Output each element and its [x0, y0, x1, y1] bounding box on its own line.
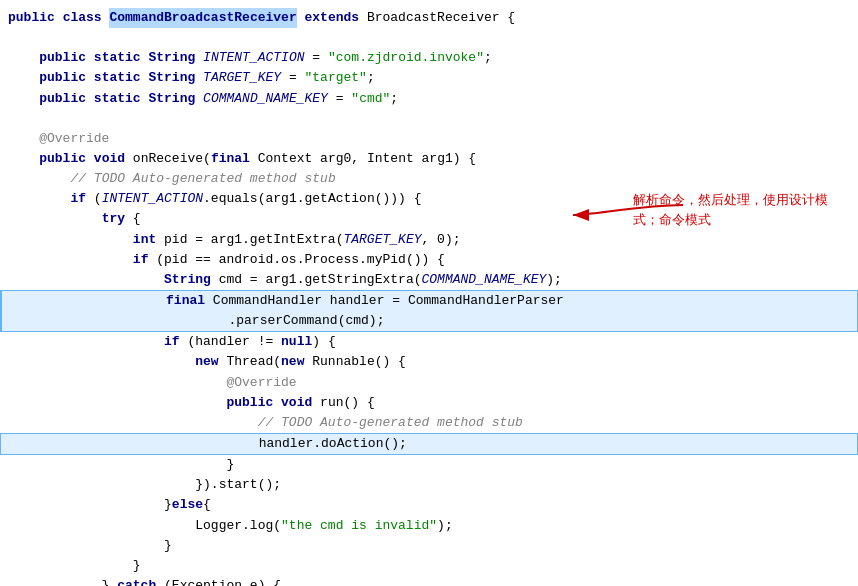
- code-line-19: @Override: [0, 373, 858, 393]
- code-line-21: // TODO Auto-generated method stub: [0, 413, 858, 433]
- code-line-17: if (handler != null) {: [0, 332, 858, 352]
- code-line-7: @Override: [0, 129, 858, 149]
- code-line-20: public void run() {: [0, 393, 858, 413]
- annotation-arrow: [563, 195, 693, 235]
- code-line-26: Logger.log("the cmd is invalid");: [0, 516, 858, 536]
- code-line-1: public class CommandBroadcastReceiver ex…: [0, 8, 858, 28]
- todo-label-2: TODO: [281, 413, 312, 433]
- code-line-29: } catch (Exception e) {: [0, 576, 858, 586]
- code-line-5: public static String COMMAND_NAME_KEY = …: [0, 89, 858, 109]
- code-line-18: new Thread(new Runnable() {: [0, 352, 858, 372]
- code-line-6: [0, 109, 858, 129]
- code-line-2: [0, 28, 858, 48]
- todo-label-1: TODO: [94, 169, 125, 189]
- code-line-22: handler.doAction();: [0, 433, 858, 455]
- code-line-24: }).start();: [0, 475, 858, 495]
- code-line-15: final CommandHandler handler = CommandHa…: [0, 290, 858, 311]
- code-line-8: public void onReceive(final Context arg0…: [0, 149, 858, 169]
- code-line-25: }else{: [0, 495, 858, 515]
- code-line-16: .parserCommand(cmd);: [0, 311, 858, 332]
- code-line-23: }: [0, 455, 858, 475]
- code-line-13: if (pid == android.os.Process.myPid()) {: [0, 250, 858, 270]
- code-line-28: }: [0, 556, 858, 576]
- code-editor: public class CommandBroadcastReceiver ex…: [0, 0, 858, 586]
- code-line-14: String cmd = arg1.getStringExtra(COMMAND…: [0, 270, 858, 290]
- code-line-9: // TODO Auto-generated method stub: [0, 169, 858, 189]
- code-line-12: int pid = arg1.getIntExtra(TARGET_KEY, 0…: [0, 230, 858, 250]
- code-line-4: public static String TARGET_KEY = "targe…: [0, 68, 858, 88]
- code-line-3: public static String INTENT_ACTION = "co…: [0, 48, 858, 68]
- code-line-27: }: [0, 536, 858, 556]
